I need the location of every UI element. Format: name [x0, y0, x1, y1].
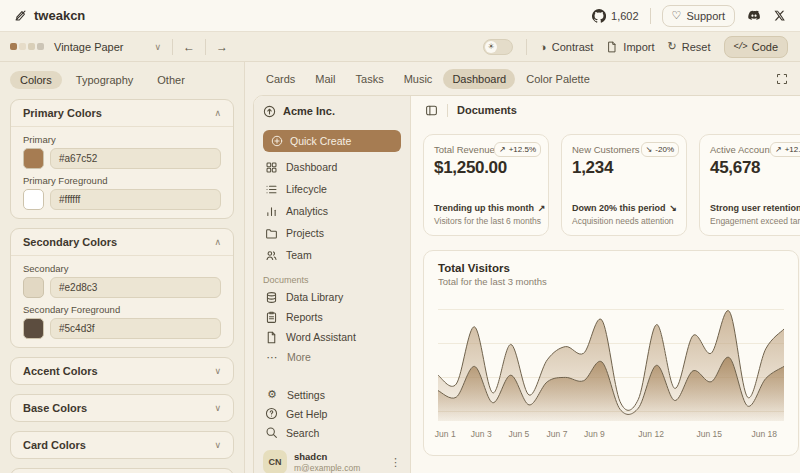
chevron-up-icon: ∧	[214, 108, 221, 118]
chevron-up-icon: ∧	[214, 237, 221, 247]
tab-music[interactable]: Music	[395, 69, 442, 89]
sidebar-item-more[interactable]: ⋯ More	[263, 347, 401, 367]
sidebar-item-label: Dashboard	[286, 161, 337, 173]
theme-mode-toggle[interactable]: ☀	[483, 39, 513, 55]
hex-input[interactable]: #a67c52	[50, 148, 221, 169]
sidebar-item-lifecycle[interactable]: Lifecycle	[263, 178, 401, 200]
sidebar-item-reports[interactable]: Reports	[263, 307, 401, 327]
section-header[interactable]: Card Colors ∨	[11, 432, 233, 458]
x-tick-label: Jun 7	[547, 429, 568, 439]
sidebar-item-data-library[interactable]: Data Library	[263, 287, 401, 307]
tab-other[interactable]: Other	[147, 71, 195, 89]
section-accent-colors: Accent Colors ∨	[10, 357, 234, 385]
tab-tasks[interactable]: Tasks	[347, 69, 393, 89]
sidebar-item-word-assistant[interactable]: Word Assistant	[263, 327, 401, 347]
tab-dashboard[interactable]: Dashboard	[443, 69, 515, 89]
preview-main: Documents Total Revenue ↗ +12.5% $1,250.…	[411, 96, 800, 473]
user-menu[interactable]: CN shadcn m@example.com ⋮	[263, 450, 401, 473]
x-tick-label: Jun 18	[752, 429, 778, 439]
theme-selector[interactable]: Vintage Paper ∨ ← →	[0, 32, 245, 61]
stat-foot-title: Strong user retention	[710, 203, 800, 213]
discord-icon[interactable]	[746, 8, 762, 24]
tab-mail[interactable]: Mail	[306, 69, 344, 89]
tab-colors[interactable]: Colors	[10, 71, 62, 89]
reset-label: Reset	[682, 41, 711, 53]
section-header[interactable]: Secondary Colors ∧	[11, 229, 233, 255]
section-header[interactable]: Primary Colors ∧	[11, 100, 233, 126]
field-label: Secondary	[23, 263, 221, 274]
dashboard-preview: Acme Inc. Quick Create Dashboard Lifecyc…	[253, 95, 800, 473]
org-switcher[interactable]: Acme Inc.	[263, 101, 401, 121]
visitors-chart-svg	[438, 299, 784, 421]
section-header[interactable]: Popover Colors ∨	[11, 469, 233, 473]
chart-subtitle: Total for the last 3 months	[438, 276, 784, 287]
reset-button[interactable]: ↻ Reset	[668, 40, 711, 53]
section-popover-colors: Popover Colors ∨	[10, 468, 234, 473]
sidebar-item-label: More	[287, 351, 311, 363]
preview-header: Documents	[411, 96, 800, 124]
badge-value: +12.5%	[785, 145, 800, 154]
sidebar-item-analytics[interactable]: Analytics	[263, 200, 401, 222]
x-tick-label: Jun 9	[584, 429, 605, 439]
hex-input[interactable]: #e2d8c3	[50, 277, 221, 298]
color-swatch[interactable]	[23, 189, 44, 210]
stat-foot-sub: Visitors for the last 6 months	[434, 216, 546, 226]
reset-icon: ↻	[668, 40, 677, 53]
hex-input[interactable]: #ffffff	[50, 189, 221, 210]
sidebar-item-search[interactable]: Search	[263, 423, 401, 442]
undo-button[interactable]: ←	[176, 40, 202, 54]
color-swatch[interactable]	[23, 148, 44, 169]
section-title: Base Colors	[23, 402, 87, 414]
section-header[interactable]: Base Colors ∨	[11, 395, 233, 421]
section-header[interactable]: Accent Colors ∨	[11, 358, 233, 384]
bar-chart-icon	[265, 205, 278, 218]
section-title: Secondary Colors	[23, 236, 117, 248]
chevron-down-icon: ∨	[214, 366, 221, 376]
x-twitter-icon[interactable]	[773, 9, 786, 22]
sidebar-item-label: Search	[286, 427, 319, 439]
panel-toggle-icon[interactable]	[425, 104, 438, 117]
trend-up-icon: ↗	[775, 145, 782, 154]
tab-color-palette[interactable]: Color Palette	[517, 69, 599, 89]
support-label: Support	[686, 10, 725, 22]
code-label: Code	[752, 41, 778, 53]
brand[interactable]: tweakcn	[14, 8, 85, 23]
sidebar-item-team[interactable]: Team	[263, 244, 401, 266]
x-tick-label: Jun 15	[696, 429, 722, 439]
sidebar-item-label: Word Assistant	[286, 331, 356, 343]
contrast-button[interactable]: ◑ Contrast	[540, 41, 593, 53]
section-title: Primary Colors	[23, 107, 102, 119]
sidebar-item-get-help[interactable]: Get Help	[263, 404, 401, 423]
section-card-colors: Card Colors ∨	[10, 431, 234, 459]
file-import-icon	[606, 41, 618, 53]
x-tick-label: Jun 3	[471, 429, 492, 439]
code-button[interactable]: </> Code	[724, 36, 789, 58]
color-swatch[interactable]	[23, 318, 44, 339]
fullscreen-icon	[776, 73, 788, 85]
sidebar-item-label: Settings	[287, 389, 325, 401]
area-chart	[438, 299, 784, 421]
redo-button[interactable]: →	[209, 40, 235, 54]
section-title: Accent Colors	[23, 365, 98, 377]
quick-create-button[interactable]: Quick Create	[263, 130, 401, 152]
stat-value: $1,250.00	[434, 158, 538, 178]
sidebar-item-label: Reports	[286, 311, 323, 323]
fullscreen-button[interactable]	[776, 73, 788, 85]
hex-input[interactable]: #5c4d3f	[50, 318, 221, 339]
support-button[interactable]: ♡ Support	[662, 5, 735, 27]
sidebar-item-projects[interactable]: Projects	[263, 222, 401, 244]
sidebar-item-dashboard[interactable]: Dashboard	[263, 156, 401, 178]
gear-icon: ⚙	[265, 389, 279, 400]
tab-cards[interactable]: Cards	[257, 69, 304, 89]
editor-tabs: Colors Typography Other	[10, 70, 234, 90]
tab-typography[interactable]: Typography	[66, 71, 143, 89]
color-swatch[interactable]	[23, 277, 44, 298]
chevron-down-icon: ∨	[214, 440, 221, 450]
x-axis: Jun 1Jun 3Jun 5Jun 7Jun 9Jun 12Jun 15Jun…	[438, 426, 784, 440]
preview-region: Cards Mail Tasks Music Dashboard Color P…	[245, 62, 800, 473]
import-button[interactable]: Import	[606, 41, 654, 53]
sidebar-item-settings[interactable]: ⚙ Settings	[263, 385, 401, 404]
stat-value: 45,678	[710, 158, 800, 178]
divider	[526, 39, 527, 55]
github-stars[interactable]: 1,602	[592, 9, 639, 23]
